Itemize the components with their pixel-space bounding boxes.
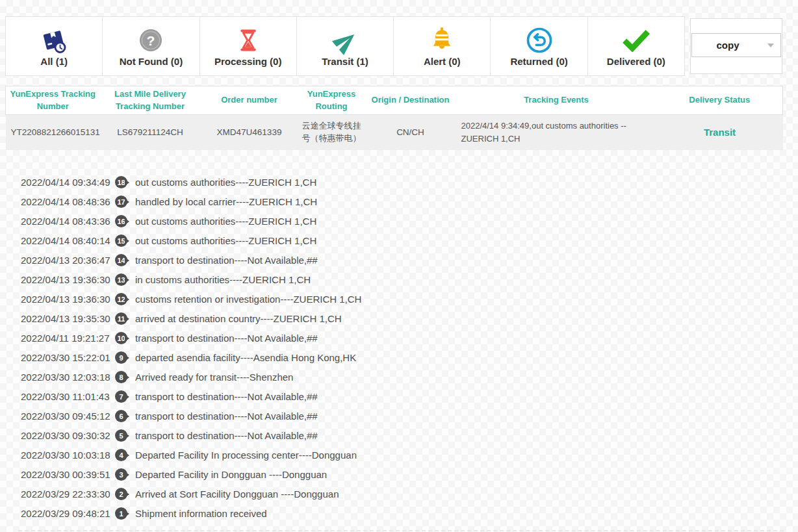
hourglass-icon xyxy=(237,25,260,55)
event-description: departed asendia facility----Asendia Hon… xyxy=(135,352,356,363)
event-sequence-badge: 13 xyxy=(115,273,127,286)
cell-last-mile-tracking-number: LS679211124CH xyxy=(100,115,201,150)
event-description: transport to destination----Not Availabl… xyxy=(135,411,318,422)
event-sequence-badge: 4 xyxy=(115,449,127,461)
event-timestamp: 2022/03/30 11:01:43 xyxy=(21,391,114,402)
table-header-row: YunExpress Tracking Number Last Mile Del… xyxy=(6,86,783,115)
event-timestamp: 2022/03/30 09:30:32 xyxy=(21,430,114,441)
tab-delivered-label: Delivered (0) xyxy=(607,57,665,68)
header-yunexpress-routing: YunExpress Routing xyxy=(298,86,365,115)
copy-panel: copy xyxy=(690,18,782,74)
tracking-event-row: 2022/03/30 09:30:325transport to destina… xyxy=(21,426,798,446)
event-description: out customs authorities----ZUERICH 1,CH xyxy=(135,177,316,188)
tab-returned[interactable]: Returned (0) xyxy=(491,16,587,76)
cell-tracking-events: 2022/4/14 9:34:49,out customs authoritie… xyxy=(456,115,657,150)
event-sequence-badge: 1 xyxy=(115,507,127,520)
tab-transit[interactable]: Transit (1) xyxy=(297,16,394,76)
question-mark-icon: ? xyxy=(138,25,164,55)
event-sequence-badge: 12 xyxy=(115,293,127,305)
event-description: transport to destination----Not Availabl… xyxy=(135,333,318,344)
header-delivery-status: Delivery Status xyxy=(657,86,783,115)
event-sequence-badge: 15 xyxy=(115,234,127,247)
event-description: arrived at destination country----ZUERIC… xyxy=(135,313,342,324)
cell-yunexpress-routing: 云途全球专线挂号（特惠带电） xyxy=(298,115,365,150)
event-description: transport to destination----Not Availabl… xyxy=(135,430,318,441)
return-arrow-icon xyxy=(526,25,553,55)
event-sequence-badge: 17 xyxy=(115,196,127,208)
event-description: customs retention or investigation----ZU… xyxy=(135,294,361,305)
cell-yunexpress-tracking-number: YT2208821266015131 xyxy=(6,115,100,150)
tab-not-found[interactable]: ? Not Found (0) xyxy=(103,16,200,76)
package-clock-icon xyxy=(39,25,69,55)
tab-delivered[interactable]: Delivered (0) xyxy=(588,16,685,76)
event-sequence-badge: 6 xyxy=(115,410,127,422)
header-last-mile-tracking-number: Last Mile Delivery Tracking Number xyxy=(100,86,201,115)
tab-returned-label: Returned (0) xyxy=(510,57,567,68)
svg-text:?: ? xyxy=(147,32,155,47)
event-description: Departed Facility In processing center--… xyxy=(135,450,357,461)
event-timestamp: 2022/03/29 09:48:21 xyxy=(21,508,114,519)
tab-not-found-label: Not Found (0) xyxy=(120,57,183,68)
status-tabs: All (1) ? Not Found (0) Pr xyxy=(5,16,685,76)
tab-processing-label: Processing (0) xyxy=(214,57,281,68)
header-yunexpress-tracking-number: YunExpress Tracking Number xyxy=(6,86,100,115)
tracking-event-row: 2022/04/14 08:43:3616out customs authori… xyxy=(21,212,798,231)
tracking-events-list: 2022/04/14 09:34:4918out customs authori… xyxy=(21,173,798,524)
event-sequence-badge: 3 xyxy=(115,468,127,481)
copy-dropdown-label: copy xyxy=(716,40,756,51)
tracking-event-row: 2022/03/29 09:48:211Shipment information… xyxy=(21,504,798,524)
event-timestamp: 2022/04/13 19:35:30 xyxy=(21,313,114,324)
event-sequence-badge: 9 xyxy=(115,351,127,364)
tab-all[interactable]: All (1) xyxy=(5,16,103,76)
tracking-event-row: 2022/03/30 12:03:188Arrived ready for tr… xyxy=(21,368,798,387)
event-timestamp: 2022/03/30 09:45:12 xyxy=(21,411,114,422)
table-row: YT2208821266015131 LS679211124CH XMD47U4… xyxy=(6,115,783,150)
tracking-event-row: 2022/04/13 19:36:3013in customs authorit… xyxy=(21,270,798,290)
tracking-event-row: 2022/03/30 10:03:184Departed Facility In… xyxy=(21,446,798,465)
tab-processing[interactable]: Processing (0) xyxy=(200,16,297,76)
event-sequence-badge: 7 xyxy=(115,390,127,403)
status-filter-toolbar: All (1) ? Not Found (0) Pr xyxy=(5,16,782,76)
event-timestamp: 2022/04/14 08:48:36 xyxy=(21,196,114,207)
tracking-event-row: 2022/04/11 19:21:2710transport to destin… xyxy=(21,329,798,348)
tracking-results-table: YunExpress Tracking Number Last Mile Del… xyxy=(5,86,783,150)
event-timestamp: 2022/03/30 15:22:01 xyxy=(21,352,114,363)
event-description: transport to destination----Not Availabl… xyxy=(135,391,318,402)
paper-plane-icon xyxy=(328,25,362,55)
tracking-event-row: 2022/04/14 08:48:3617handled by local ca… xyxy=(21,192,798,212)
event-timestamp: 2022/03/30 12:03:18 xyxy=(21,372,114,383)
event-timestamp: 2022/04/11 19:21:27 xyxy=(21,333,114,344)
event-description: transport to destination----Not Availabl… xyxy=(135,255,318,266)
tracking-event-row: 2022/04/13 20:36:4714transport to destin… xyxy=(21,251,798,270)
event-timestamp: 2022/03/30 10:03:18 xyxy=(21,450,114,461)
event-timestamp: 2022/04/13 19:36:30 xyxy=(21,274,114,285)
tab-alert[interactable]: Alert (0) xyxy=(394,16,491,76)
bottom-divider xyxy=(18,530,784,531)
event-description: in customs authorities----ZUERICH 1,CH xyxy=(135,274,311,285)
event-sequence-badge: 16 xyxy=(115,215,127,227)
event-sequence-badge: 10 xyxy=(115,332,127,344)
header-order-number: Order number xyxy=(201,86,298,115)
tracking-event-row: 2022/03/30 15:22:019departed asendia fac… xyxy=(21,348,798,368)
event-timestamp: 2022/04/14 08:43:36 xyxy=(21,216,114,227)
chevron-down-icon xyxy=(767,44,774,47)
event-timestamp: 2022/04/13 19:36:30 xyxy=(21,294,114,305)
tracking-event-row: 2022/04/14 09:34:4918out customs authori… xyxy=(21,173,798,192)
event-description: Arrived at Sort Facility Dongguan ----Do… xyxy=(135,488,339,500)
tracking-event-row: 2022/04/13 19:35:3011arrived at destinat… xyxy=(21,309,798,329)
tab-alert-label: Alert (0) xyxy=(424,57,461,68)
tracking-event-row: 2022/04/14 08:40:1415out customs authori… xyxy=(21,231,798,251)
cell-delivery-status: Transit xyxy=(657,115,783,150)
tab-transit-label: Transit (1) xyxy=(322,57,368,68)
event-timestamp: 2022/04/14 09:34:49 xyxy=(21,177,114,188)
event-sequence-badge: 11 xyxy=(115,312,127,325)
event-sequence-badge: 8 xyxy=(115,371,127,383)
cell-order-number: XMD47U461339 xyxy=(201,115,298,150)
tracking-event-row: 2022/03/30 00:39:513Departed Facility in… xyxy=(21,465,798,485)
tracking-event-row: 2022/04/13 19:36:3012customs retention o… xyxy=(21,290,798,309)
header-tracking-events: Tracking Events xyxy=(456,86,657,115)
bell-icon xyxy=(429,25,455,55)
event-timestamp: 2022/04/13 20:36:47 xyxy=(21,255,114,266)
event-description: out customs authorities----ZUERICH 1,CH xyxy=(135,216,316,227)
copy-dropdown[interactable]: copy xyxy=(691,33,781,57)
